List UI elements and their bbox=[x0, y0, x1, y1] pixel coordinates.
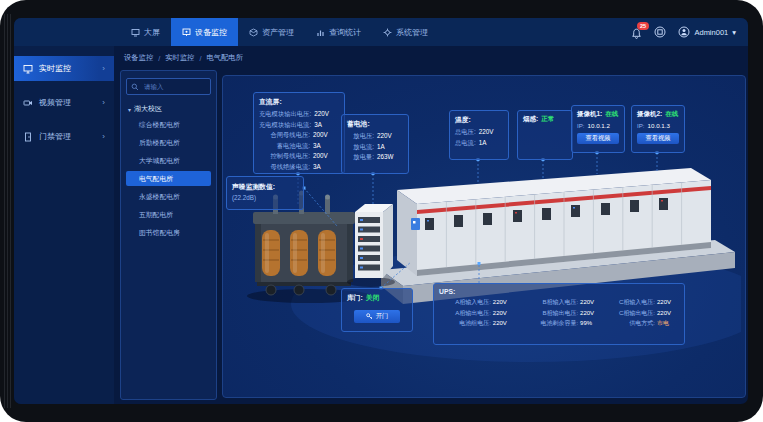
sidebar-item-label: 门禁管理 bbox=[39, 131, 71, 142]
username: Admin001 bbox=[694, 28, 728, 37]
metric-label: 充电模块输出电压: bbox=[259, 109, 311, 120]
metric-label: C相输入电压: bbox=[610, 297, 655, 308]
equipment-3d-illustration bbox=[231, 154, 741, 389]
sidebar-item-realtime-monitor[interactable]: 实时监控 › bbox=[14, 56, 114, 81]
tree-item-selected[interactable]: 电气配电所 bbox=[126, 171, 211, 186]
metric-label: 放电流: bbox=[347, 142, 374, 153]
metric-label: A相输出电压: bbox=[439, 308, 491, 319]
sidebar-item-label: 实时监控 bbox=[39, 63, 71, 74]
navbar-right-tools: 25 Admin001 ▾ bbox=[631, 18, 736, 46]
big-screen-icon bbox=[131, 28, 140, 37]
tab-asset-management[interactable]: 资产管理 bbox=[238, 18, 305, 46]
sidebar-item-access-control[interactable]: 门禁管理 › bbox=[14, 124, 114, 149]
tree-item[interactable]: 图书馆配电房 bbox=[126, 225, 211, 240]
ip-value: 10.0.1.2 bbox=[588, 122, 610, 129]
tree-item[interactable]: 后勤楼配电所 bbox=[126, 135, 211, 150]
metric-label: 合闸母线电压: bbox=[259, 130, 310, 141]
tab-device-monitor[interactable]: 设备监控 bbox=[171, 18, 238, 46]
ip-value: 10.0.1.3 bbox=[648, 122, 670, 129]
status-badge: 在线 bbox=[665, 110, 678, 119]
open-door-label: 开门 bbox=[376, 312, 389, 321]
view-video-button[interactable]: 查看视频 bbox=[637, 133, 679, 144]
metric-label: A相输入电压: bbox=[439, 297, 491, 308]
tab-label: 系统管理 bbox=[396, 27, 428, 38]
tab-system-management[interactable]: 系统管理 bbox=[372, 18, 439, 46]
avatar-icon bbox=[678, 26, 690, 38]
notifications-button[interactable]: 25 bbox=[631, 26, 642, 38]
metric-label: 电池剩余容量: bbox=[523, 318, 578, 329]
metric-label: C相输出电压: bbox=[610, 308, 655, 319]
breadcrumb-level1[interactable]: 设备监控 bbox=[124, 53, 153, 63]
gear-icon bbox=[383, 28, 392, 37]
dashboard-app: 大屏 设备监控 资产管理 查询统计 系统管理 bbox=[14, 18, 748, 404]
metric-value: 3A bbox=[313, 162, 339, 173]
panel-title: 声噪监测数值: bbox=[232, 182, 298, 192]
status-badge: 关闭 bbox=[366, 293, 380, 303]
noise-monitor-panel: 声噪监测数值: (22.2dB) bbox=[226, 176, 304, 210]
fullscreen-icon[interactable] bbox=[654, 26, 666, 38]
metric-label: 总电压: bbox=[455, 127, 476, 138]
device-frame: 大屏 设备监控 资产管理 查询统计 系统管理 bbox=[0, 0, 763, 422]
caret-down-icon: ▾ bbox=[128, 106, 131, 113]
breadcrumb: 设备监控 / 实时监控 / 电气配电所 bbox=[124, 51, 243, 65]
metric-label: B相输入电压: bbox=[523, 297, 578, 308]
ip-label: IP: bbox=[637, 122, 645, 129]
metric-value: 1A bbox=[377, 142, 403, 153]
chevron-right-icon: › bbox=[102, 64, 105, 73]
metric-value: 220V bbox=[580, 308, 602, 319]
metric-value: 200V bbox=[313, 130, 339, 141]
ups-panel: UPS: A相输入电压:220V B相输入电压:220V C相输入电压:220V… bbox=[433, 283, 685, 345]
noise-value: (22.2dB) bbox=[232, 194, 298, 201]
top-navbar: 大屏 设备监控 资产管理 查询统计 系统管理 bbox=[14, 18, 748, 46]
panel-title: 烟感: bbox=[523, 115, 538, 124]
metric-value: 220V bbox=[493, 318, 515, 329]
status-badge: 正常 bbox=[541, 115, 554, 124]
search-input[interactable] bbox=[142, 82, 206, 91]
tree-root-node[interactable]: ▾ 湖大校区 bbox=[126, 104, 211, 114]
metric-label: 控制母线电压: bbox=[259, 151, 310, 162]
tree-item[interactable]: 大学城配电所 bbox=[126, 153, 211, 168]
tab-label: 设备监控 bbox=[195, 27, 227, 38]
sidebar-item-label: 视频管理 bbox=[39, 97, 71, 108]
key-icon bbox=[366, 313, 373, 320]
open-door-button[interactable]: 开门 bbox=[354, 310, 400, 323]
asset-icon bbox=[249, 28, 258, 37]
panel-title: 温度: bbox=[455, 115, 503, 125]
chevron-right-icon: › bbox=[102, 98, 105, 107]
tab-big-screen[interactable]: 大屏 bbox=[120, 18, 171, 46]
monitor-icon bbox=[23, 64, 33, 74]
breadcrumb-level3[interactable]: 电气配电所 bbox=[206, 53, 242, 63]
power-room-view: 直流屏: 充电模块输出电压:220V 充电模块输出电流:3A 合闸母线电压:20… bbox=[222, 75, 746, 398]
metric-value: 99% bbox=[580, 318, 602, 329]
metric-value: 市电 bbox=[657, 318, 679, 329]
user-caret-icon: ▾ bbox=[732, 28, 736, 37]
metric-label: 蓄电池电流: bbox=[259, 141, 310, 152]
station-tree-panel: ▾ 湖大校区 综合楼配电所 后勤楼配电所 大学城配电所 电气配电所 永盛楼配电所… bbox=[120, 70, 217, 400]
user-menu[interactable]: Admin001 ▾ bbox=[678, 26, 736, 38]
metric-value: 3A bbox=[313, 141, 339, 152]
metric-value: 220V bbox=[493, 297, 515, 308]
metric-label: 供电方式: bbox=[610, 318, 655, 329]
device-monitor-icon bbox=[182, 28, 191, 37]
panel-title: 直流屏: bbox=[259, 97, 339, 107]
breadcrumb-level2[interactable]: 实时监控 bbox=[165, 53, 194, 63]
metric-value: 200V bbox=[313, 151, 339, 162]
metric-value: 220V bbox=[657, 308, 679, 319]
view-video-button[interactable]: 查看视频 bbox=[577, 133, 619, 144]
panel-title: 摄像机1: bbox=[577, 110, 602, 119]
tree-root-label: 湖大校区 bbox=[134, 104, 162, 114]
metric-label: 充电模块输出电流: bbox=[259, 120, 311, 131]
chevron-right-icon: › bbox=[102, 132, 105, 141]
dc-screen-panel: 直流屏: 充电模块输出电压:220V 充电模块输出电流:3A 合闸母线电压:20… bbox=[253, 92, 345, 174]
search-icon bbox=[131, 83, 139, 91]
tree-item[interactable]: 五期配电所 bbox=[126, 207, 211, 222]
smoke-sensor-panel: 烟感:正常 bbox=[517, 110, 573, 160]
tree-item[interactable]: 永盛楼配电所 bbox=[126, 189, 211, 204]
tree-item[interactable]: 综合楼配电所 bbox=[126, 117, 211, 132]
metric-label: 母线绝缘电流: bbox=[259, 162, 310, 173]
tab-label: 查询统计 bbox=[329, 27, 361, 38]
tab-query-statistics[interactable]: 查询统计 bbox=[305, 18, 372, 46]
tab-label: 大屏 bbox=[144, 27, 160, 38]
status-badge: 在线 bbox=[605, 110, 618, 119]
sidebar-item-video-management[interactable]: 视频管理 › bbox=[14, 90, 114, 115]
